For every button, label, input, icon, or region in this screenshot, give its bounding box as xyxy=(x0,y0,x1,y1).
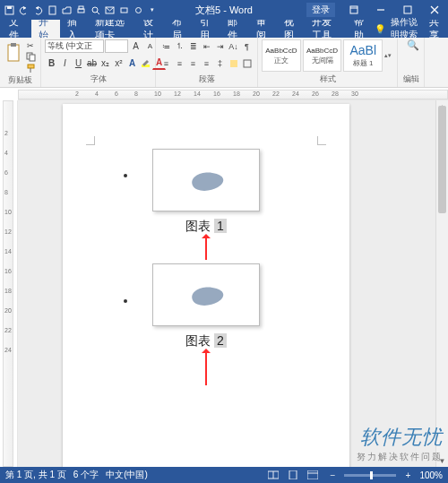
scroll-down-icon[interactable]: ▼ xyxy=(436,454,448,467)
group-label: 剪贴板 xyxy=(4,74,37,87)
tell-me-search[interactable]: 操作说明搜索 xyxy=(391,16,423,41)
align-right-icon[interactable]: ≡ xyxy=(186,56,200,70)
tab-file[interactable]: 文件 xyxy=(0,20,31,38)
group-label: 段落 xyxy=(159,73,254,86)
language-indicator[interactable]: 中文(中国) xyxy=(106,469,148,481)
horizontal-ruler[interactable]: 2 4 6 8 10 12 14 16 18 20 22 24 26 28 30 xyxy=(18,88,448,100)
signin-button[interactable]: 登录 xyxy=(306,3,335,17)
zoom-out-icon[interactable]: − xyxy=(324,469,340,481)
grow-font-icon[interactable]: A xyxy=(129,39,142,53)
superscript-button[interactable]: x² xyxy=(112,56,125,70)
print-icon[interactable] xyxy=(74,4,87,16)
figure-2[interactable] xyxy=(152,263,260,326)
format-painter-icon[interactable] xyxy=(24,63,37,74)
increase-indent-icon[interactable]: ⇥ xyxy=(213,39,227,53)
ruler-mark: 26 xyxy=(312,91,319,97)
undo-icon[interactable] xyxy=(17,4,30,16)
decrease-indent-icon[interactable]: ⇤ xyxy=(200,39,213,53)
preview-icon[interactable] xyxy=(89,4,101,16)
align-center-icon[interactable]: ≡ xyxy=(173,56,186,70)
shrink-font-icon[interactable]: A xyxy=(143,39,157,53)
titlebar: ▾ 文档5 - Word 登录 xyxy=(0,0,448,20)
tab-home[interactable]: 开始 xyxy=(31,20,59,38)
caption-number-field[interactable]: 2 xyxy=(214,333,227,348)
tab-review[interactable]: 审阅 xyxy=(249,20,277,38)
scroll-thumb[interactable] xyxy=(438,106,446,213)
numbering-icon[interactable]: ⒈ xyxy=(173,39,186,53)
font-size-combo[interactable] xyxy=(105,39,128,53)
style-heading1[interactable]: AaBl 标题 1 xyxy=(343,39,383,72)
tab-insert[interactable]: 插入 xyxy=(60,20,88,38)
cut-icon[interactable]: ✂ xyxy=(24,39,37,51)
tab-developer[interactable]: 开发工具 xyxy=(305,20,347,38)
page-indicator[interactable]: 第 1 页, 共 1 页 xyxy=(5,469,66,481)
vertical-scrollbar[interactable]: ▲ ▼ xyxy=(435,100,448,467)
zoom-in-icon[interactable]: + xyxy=(400,469,416,481)
close-button[interactable] xyxy=(421,0,448,20)
sort-icon[interactable]: A↓ xyxy=(227,39,240,53)
ruler-mark: 2 xyxy=(75,91,79,97)
style-name: 无间隔 xyxy=(312,56,333,65)
styles-more-icon[interactable]: ▴▾ xyxy=(384,39,393,72)
zoom-slider[interactable] xyxy=(344,474,396,477)
bullets-icon[interactable]: ≔ xyxy=(159,39,173,53)
email-icon[interactable] xyxy=(103,4,116,16)
new-icon[interactable] xyxy=(46,4,58,16)
show-marks-icon[interactable]: ¶ xyxy=(240,39,254,53)
highlight-icon[interactable] xyxy=(139,56,152,70)
vertical-ruler[interactable]: 2 4 6 8 10 12 14 16 18 20 22 24 xyxy=(0,100,18,467)
group-font: 等线 (中文正 A A B I U ab x₂ x² A A 字体 xyxy=(41,38,156,87)
style-name: 标题 1 xyxy=(353,58,374,68)
caption-number-field[interactable]: 1 xyxy=(214,219,227,233)
tab-layout[interactable]: 布局 xyxy=(165,20,193,38)
tab-references[interactable]: 引用 xyxy=(193,20,220,38)
save-icon[interactable] xyxy=(3,4,15,16)
figure-1[interactable] xyxy=(152,149,260,211)
page[interactable]: 图表 1 图表 2 xyxy=(63,104,349,467)
bold-button[interactable]: B xyxy=(45,56,58,70)
shading-icon[interactable] xyxy=(227,56,240,70)
tab-view[interactable]: 视图 xyxy=(277,20,305,38)
ribbon-options-icon[interactable] xyxy=(340,0,367,20)
ruler-mark: 6 xyxy=(4,169,8,176)
page-scroll[interactable]: 图表 1 图表 2 ▲ ▼ xyxy=(18,100,448,467)
strikethrough-button[interactable]: ab xyxy=(85,56,99,70)
tab-newtab[interactable]: 新建选项卡 xyxy=(88,20,136,38)
style-normal[interactable]: AaBbCcD 正文 xyxy=(262,39,301,72)
ruler-mark: 28 xyxy=(332,91,339,97)
margin-mark-icon xyxy=(317,136,326,145)
underline-button[interactable]: U xyxy=(72,56,85,70)
list-bullet-icon xyxy=(124,174,127,177)
group-label: 样式 xyxy=(262,73,393,86)
touch-icon[interactable] xyxy=(132,4,144,16)
zoom-level[interactable]: 100% xyxy=(419,470,443,480)
ribbon: ✂ 剪贴板 等线 (中文正 A A B I U ab x₂ x² A xyxy=(0,38,448,88)
group-label: 字体 xyxy=(45,73,151,86)
italic-button[interactable]: I xyxy=(58,56,72,70)
copy-icon[interactable] xyxy=(24,51,37,63)
subscript-button[interactable]: x₂ xyxy=(99,56,112,70)
open-icon[interactable] xyxy=(60,4,73,16)
line-spacing-icon[interactable]: ‡ xyxy=(213,56,227,70)
tab-help[interactable]: 帮助 xyxy=(347,20,375,38)
svg-rect-17 xyxy=(11,43,16,47)
ruler-mark: 6 xyxy=(115,91,118,97)
word-count[interactable]: 6 个字 xyxy=(73,469,99,481)
read-mode-icon[interactable] xyxy=(265,469,281,481)
tab-design[interactable]: 设计 xyxy=(136,20,164,38)
paste-button[interactable] xyxy=(4,39,22,66)
multilevel-icon[interactable]: ≣ xyxy=(186,39,200,53)
text-effects-icon[interactable]: A xyxy=(125,56,139,70)
redo-icon[interactable] xyxy=(31,4,44,16)
ruler-mark: 12 xyxy=(174,91,181,97)
align-left-icon[interactable]: ≡ xyxy=(159,56,173,70)
print-layout-icon[interactable] xyxy=(285,469,301,481)
font-name-combo[interactable]: 等线 (中文正 xyxy=(45,39,104,53)
tab-mailings[interactable]: 邮件 xyxy=(220,20,248,38)
borders-icon[interactable] xyxy=(240,56,254,70)
quickprint-icon[interactable] xyxy=(117,4,130,16)
qat-dropdown-icon[interactable]: ▾ xyxy=(146,4,159,16)
style-nospacing[interactable]: AaBbCcD 无间隔 xyxy=(303,39,342,72)
web-layout-icon[interactable] xyxy=(305,469,321,481)
justify-icon[interactable]: ≡ xyxy=(200,56,213,70)
